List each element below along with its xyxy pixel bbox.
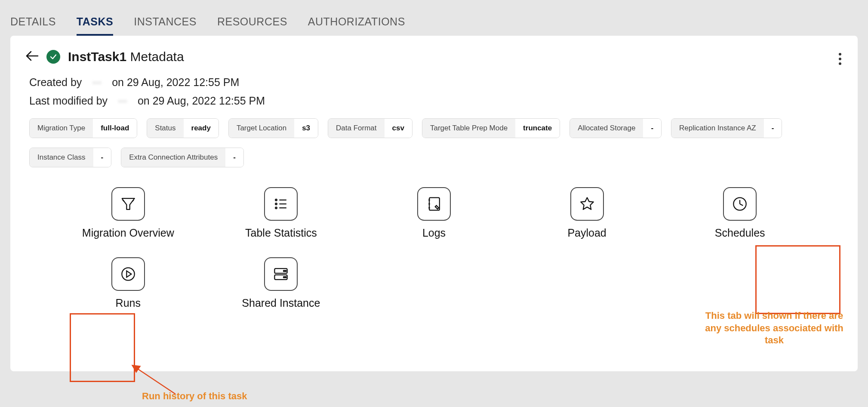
server-icon	[264, 257, 298, 291]
play-circle-icon	[111, 257, 145, 291]
tab-authorizations[interactable]: AUTHORIZATIONS	[308, 15, 405, 36]
svg-line-15	[740, 204, 743, 206]
tile-schedules[interactable]: Schedules	[668, 187, 812, 239]
star-icon	[570, 187, 604, 221]
pill-migration-type: Migration Type full-load	[29, 118, 137, 138]
pill-allocated-storage: Allocated Storage -	[569, 118, 662, 138]
svg-point-21	[285, 270, 286, 271]
svg-point-7	[276, 207, 277, 209]
tile-grid: Migration Overview Table Statistics Logs…	[56, 187, 812, 309]
pill-status: Status ready	[147, 118, 219, 138]
tab-bar: DETAILS TASKS INSTANCES RESOURCES AUTHOR…	[0, 0, 868, 36]
tab-resources[interactable]: RESOURCES	[217, 15, 287, 36]
pill-replication-az: Replication Instance AZ -	[671, 118, 782, 138]
svg-line-1	[123, 200, 124, 202]
svg-line-2	[132, 200, 134, 202]
modified-by-line: Last modified by ··· on 29 Aug, 2022 12:…	[29, 95, 842, 107]
tile-logs[interactable]: Logs	[362, 187, 506, 239]
tile-table-statistics[interactable]: Table Statistics	[209, 187, 354, 239]
tile-label: Logs	[422, 227, 446, 239]
tile-label: Table Statistics	[245, 227, 317, 239]
clock-icon	[723, 187, 757, 221]
property-pills: Migration Type full-load Status ready Ta…	[29, 118, 842, 167]
pill-target-location: Target Location s3	[228, 118, 318, 138]
svg-point-22	[283, 277, 285, 278]
tab-instances[interactable]: INSTANCES	[134, 15, 197, 36]
tile-runs[interactable]: Runs	[56, 257, 200, 309]
funnel-icon	[111, 187, 145, 221]
svg-point-20	[283, 270, 285, 271]
svg-point-5	[276, 203, 277, 205]
page-title-name: InstTask1	[68, 49, 126, 64]
tile-label: Shared Instance	[242, 297, 320, 309]
tile-migration-overview[interactable]: Migration Overview	[56, 187, 200, 239]
tile-label: Migration Overview	[82, 227, 174, 239]
modified-by-user: ···	[111, 95, 135, 107]
created-by-user: ···	[85, 76, 109, 89]
tile-shared-instance[interactable]: Shared Instance	[209, 257, 354, 309]
header-row: InstTask1 Metadata	[26, 49, 842, 64]
back-arrow-icon[interactable]	[26, 49, 39, 64]
page-title: InstTask1 Metadata	[68, 49, 184, 64]
annotation-schedules: This tab will shown if there are any sch…	[698, 310, 851, 347]
pill-instance-class: Instance Class -	[29, 148, 111, 167]
tab-tasks[interactable]: TASKS	[77, 15, 113, 36]
created-by-line: Created by ··· on 29 Aug, 2022 12:55 PM	[29, 76, 842, 89]
tab-details[interactable]: DETAILS	[10, 15, 56, 36]
page-title-suffix: Metadata	[126, 49, 184, 64]
svg-point-23	[285, 277, 286, 278]
annotation-runs: Run history of this task	[142, 391, 247, 402]
more-menu-icon[interactable]	[835, 49, 845, 68]
pill-prep-mode: Target Table Prep Mode truncate	[422, 118, 560, 138]
list-icon	[264, 187, 298, 221]
svg-line-24	[137, 368, 175, 394]
tile-label: Schedules	[715, 227, 765, 239]
svg-point-3	[276, 199, 277, 201]
notebook-icon	[417, 187, 451, 221]
svg-marker-17	[126, 271, 131, 278]
status-check-icon	[46, 50, 60, 64]
svg-point-16	[122, 268, 134, 280]
tile-payload[interactable]: Payload	[515, 187, 659, 239]
pill-extra-conn: Extra Connection Attributes -	[121, 148, 244, 167]
tile-label: Payload	[567, 227, 606, 239]
pill-data-format: Data Format csv	[328, 118, 412, 138]
tile-label: Runs	[116, 297, 141, 309]
